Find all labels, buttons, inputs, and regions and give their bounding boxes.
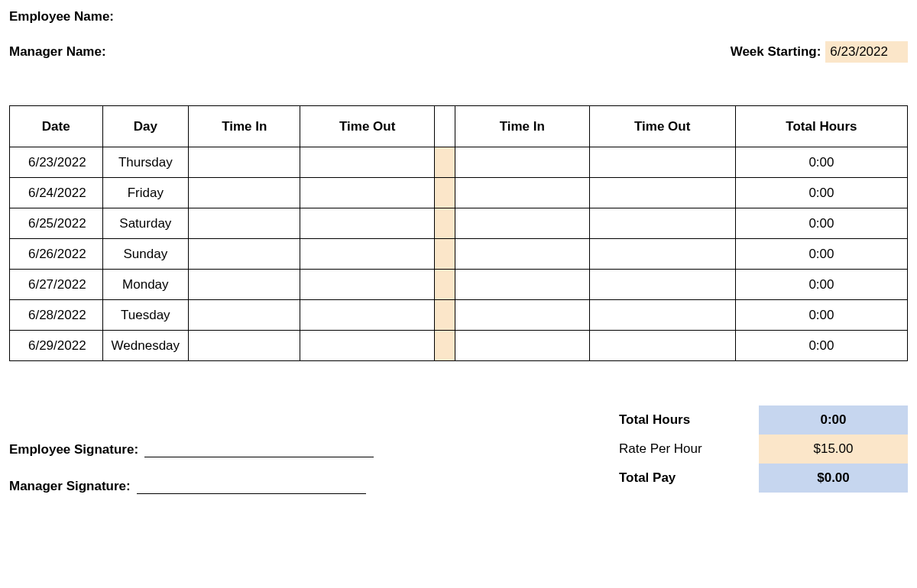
col-header-day: Day (102, 106, 189, 147)
timesheet-table: Date Day Time In Time Out Time In Time O… (9, 105, 908, 361)
cell-total-hours: 0:00 (735, 178, 907, 208)
cell-time-out-1[interactable] (300, 178, 435, 208)
cell-gap (434, 239, 455, 270)
table-row: 6/25/2022Saturday0:00 (10, 208, 908, 239)
cell-time-out-1[interactable] (300, 147, 435, 178)
manager-signature-line[interactable] (137, 477, 366, 494)
cell-date: 6/25/2022 (10, 208, 103, 239)
cell-time-out-2[interactable] (589, 239, 735, 270)
summary-total-hours-label: Total Hours (611, 406, 759, 434)
col-header-time-in-1: Time In (189, 106, 300, 147)
cell-date: 6/29/2022 (10, 331, 103, 361)
cell-time-in-2[interactable] (455, 178, 589, 208)
cell-time-in-2[interactable] (455, 270, 589, 300)
summary-total-hours-value: 0:00 (759, 405, 908, 435)
summary-rate-label: Rate Per Hour (611, 435, 759, 463)
table-row: 6/27/2022Monday0:00 (10, 270, 908, 300)
cell-time-out-1[interactable] (300, 239, 435, 270)
cell-time-in-1[interactable] (189, 270, 300, 300)
cell-day: Wednesday (102, 331, 189, 361)
cell-day: Sunday (102, 239, 189, 270)
cell-time-in-2[interactable] (455, 331, 589, 361)
summary-total-pay-label: Total Pay (611, 464, 759, 492)
cell-time-in-2[interactable] (455, 239, 589, 270)
cell-time-in-1[interactable] (189, 331, 300, 361)
cell-day: Monday (102, 270, 189, 300)
col-header-total-hours: Total Hours (735, 106, 907, 147)
cell-total-hours: 0:00 (735, 208, 907, 239)
cell-total-hours: 0:00 (735, 239, 907, 270)
col-header-time-out-1: Time Out (300, 106, 435, 147)
cell-gap (434, 208, 455, 239)
cell-time-in-2[interactable] (455, 300, 589, 331)
manager-signature-label: Manager Signature: (9, 479, 131, 494)
summary-block: Total Hours 0:00 Rate Per Hour $15.00 To… (611, 405, 908, 514)
employee-signature-line[interactable] (144, 441, 374, 457)
cell-total-hours: 0:00 (735, 331, 907, 361)
cell-time-in-2[interactable] (455, 147, 589, 178)
summary-total-pay-value: $0.00 (759, 464, 908, 493)
employee-name-label: Employee Name: (9, 9, 114, 24)
table-row: 6/24/2022Friday0:00 (10, 178, 908, 208)
table-row: 6/23/2022Thursday0:00 (10, 147, 908, 178)
cell-date: 6/27/2022 (10, 270, 103, 300)
manager-name-label: Manager Name: (9, 44, 106, 60)
cell-time-out-2[interactable] (589, 270, 735, 300)
cell-time-in-1[interactable] (189, 300, 300, 331)
cell-time-out-1[interactable] (300, 208, 435, 239)
cell-day: Friday (102, 178, 189, 208)
col-header-time-in-2: Time In (455, 106, 589, 147)
cell-time-in-1[interactable] (189, 208, 300, 239)
cell-time-out-2[interactable] (589, 331, 735, 361)
col-header-gap (434, 106, 455, 147)
cell-date: 6/24/2022 (10, 178, 103, 208)
cell-time-out-2[interactable] (589, 300, 735, 331)
cell-time-out-1[interactable] (300, 270, 435, 300)
week-starting-value[interactable]: 6/23/2022 (825, 41, 908, 63)
table-row: 6/26/2022Sunday0:00 (10, 239, 908, 270)
cell-total-hours: 0:00 (735, 300, 907, 331)
cell-day: Tuesday (102, 300, 189, 331)
cell-gap (434, 178, 455, 208)
table-row: 6/29/2022Wednesday0:00 (10, 331, 908, 361)
table-header-row: Date Day Time In Time Out Time In Time O… (10, 106, 908, 147)
cell-date: 6/23/2022 (10, 147, 103, 178)
employee-signature-label: Employee Signature: (9, 442, 138, 457)
cell-date: 6/28/2022 (10, 300, 103, 331)
cell-time-in-1[interactable] (189, 178, 300, 208)
cell-day: Thursday (102, 147, 189, 178)
cell-time-out-1[interactable] (300, 300, 435, 331)
cell-gap (434, 300, 455, 331)
cell-time-out-2[interactable] (589, 208, 735, 239)
cell-total-hours: 0:00 (735, 147, 907, 178)
cell-gap (434, 147, 455, 178)
cell-gap (434, 331, 455, 361)
cell-total-hours: 0:00 (735, 270, 907, 300)
cell-time-out-1[interactable] (300, 331, 435, 361)
cell-time-out-2[interactable] (589, 147, 735, 178)
cell-gap (434, 270, 455, 300)
cell-time-in-1[interactable] (189, 239, 300, 270)
cell-day: Saturday (102, 208, 189, 239)
cell-time-out-2[interactable] (589, 178, 735, 208)
summary-rate-value[interactable]: $15.00 (759, 435, 908, 464)
cell-time-in-1[interactable] (189, 147, 300, 178)
col-header-date: Date (10, 106, 103, 147)
table-row: 6/28/2022Tuesday0:00 (10, 300, 908, 331)
week-starting-label: Week Starting: (731, 44, 821, 60)
cell-time-in-2[interactable] (455, 208, 589, 239)
cell-date: 6/26/2022 (10, 239, 103, 270)
col-header-time-out-2: Time Out (589, 106, 735, 147)
